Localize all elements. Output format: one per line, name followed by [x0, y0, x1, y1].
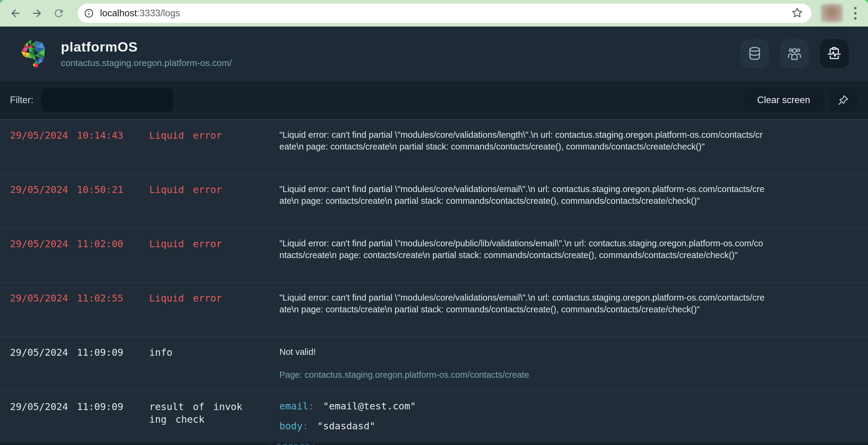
- url-bar[interactable]: localhost:3333/logs: [78, 4, 811, 23]
- log-type: info: [149, 346, 279, 391]
- activity-log-icon: [826, 46, 842, 62]
- log-message-cell: "Liquid error: can't find partial \"modu…: [279, 238, 766, 282]
- log-message: "Liquid error: can't find partial \"modu…: [279, 183, 766, 207]
- browser-toolbar: localhost:3333/logs: [0, 0, 868, 27]
- log-key-value: body: "sdasdasd": [279, 420, 766, 432]
- log-timestamp: 29/05/2024 11:02:55: [10, 292, 149, 336]
- log-row: 29/05/2024 11:02:55Liquid error"Liquid e…: [0, 283, 868, 337]
- kv-key: email: [279, 400, 308, 412]
- instance-url[interactable]: contactus.staging.oregon.platform-os.com…: [61, 58, 232, 68]
- log-row: 29/05/2024 10:50:21Liquid error"Liquid e…: [0, 174, 868, 229]
- filter-label: Filter:: [10, 95, 33, 106]
- log-expandable-errors[interactable]: ▼errors:: [268, 440, 766, 445]
- log-timestamp: 29/05/2024 10:50:21: [10, 183, 149, 228]
- header-titles: platformOS contactus.staging.oregon.plat…: [61, 39, 232, 68]
- site-info-icon[interactable]: [83, 7, 95, 20]
- log-message-cell: email: "email@test.com"body: "sdasdasd"▼…: [279, 400, 766, 445]
- log-type: Liquid error: [149, 129, 279, 174]
- log-page-link[interactable]: Page: contactus.staging.oregon.platform-…: [279, 369, 766, 381]
- database-icon: [747, 46, 763, 62]
- url-text: localhost:3333/logs: [100, 8, 180, 19]
- pushpin-icon: [837, 93, 850, 107]
- kv-key: body: [279, 420, 303, 432]
- users-icon: [786, 46, 803, 62]
- users-button[interactable]: [780, 39, 809, 68]
- log-message-cell: "Liquid error: can't find partial \"modu…: [279, 292, 766, 336]
- pin-button[interactable]: [830, 88, 857, 112]
- database-button[interactable]: [740, 39, 769, 68]
- app-name: platformOS: [61, 39, 232, 55]
- expand-triangle-icon[interactable]: ▼: [268, 443, 272, 445]
- log-message-cell: "Liquid error: can't find partial \"modu…: [279, 129, 766, 174]
- log-timestamp: 29/05/2024 11:02:00: [10, 238, 149, 282]
- log-timestamp: 29/05/2024 10:14:43: [10, 129, 149, 174]
- log-message: Not valid!: [279, 346, 766, 358]
- profile-avatar[interactable]: [821, 4, 843, 22]
- forward-icon[interactable]: [30, 6, 44, 20]
- log-row: 29/05/2024 11:09:09result of invoking ch…: [0, 391, 868, 445]
- log-message: "Liquid error: can't find partial \"modu…: [279, 292, 766, 315]
- log-key-value: email: "email@test.com": [279, 400, 766, 412]
- log-row: 29/05/2024 10:14:43Liquid error"Liquid e…: [0, 120, 868, 174]
- log-row: 29/05/2024 11:09:09infoNot valid!Page: c…: [0, 337, 868, 391]
- bookmark-star-icon[interactable]: [791, 6, 804, 20]
- log-type: Liquid error: [149, 238, 279, 282]
- header-actions: [740, 39, 849, 68]
- log-type: Liquid error: [149, 183, 279, 228]
- platformos-chameleon-logo: [19, 38, 51, 70]
- logs-button[interactable]: [820, 39, 849, 68]
- filter-input[interactable]: [41, 88, 173, 112]
- log-timestamp: 29/05/2024 11:09:09: [10, 346, 149, 391]
- log-type: Liquid error: [149, 292, 279, 336]
- log-row: 29/05/2024 11:02:00Liquid error"Liquid e…: [0, 229, 868, 283]
- app-header: platformOS contactus.staging.oregon.plat…: [0, 27, 868, 81]
- browser-menu-icon[interactable]: [849, 6, 861, 21]
- log-type: result of invoking check: [149, 400, 279, 445]
- log-table: 29/05/2024 10:14:43Liquid error"Liquid e…: [0, 120, 868, 445]
- back-icon[interactable]: [8, 6, 22, 20]
- log-message: "Liquid error: can't find partial \"modu…: [279, 129, 766, 153]
- log-message: "Liquid error: can't find partial \"modu…: [279, 238, 766, 261]
- kv-value: "email@test.com": [314, 400, 416, 412]
- filter-bar: Filter: Clear screen: [0, 81, 868, 120]
- log-message-cell: "Liquid error: can't find partial \"modu…: [279, 183, 766, 228]
- clear-screen-button[interactable]: Clear screen: [743, 88, 824, 112]
- kv-value: "sdasdasd": [308, 420, 375, 432]
- reload-icon[interactable]: [52, 6, 66, 20]
- log-timestamp: 29/05/2024 11:09:09: [10, 400, 149, 445]
- browser-chrome: localhost:3333/logs: [0, 0, 868, 27]
- log-message-cell: Not valid!Page: contactus.staging.oregon…: [279, 346, 766, 391]
